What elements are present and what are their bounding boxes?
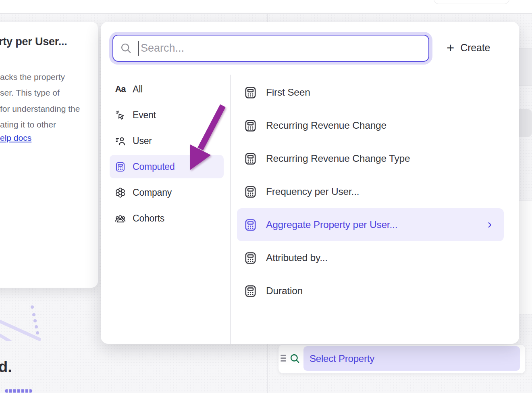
tooltip-body: acks the propertyser. This type offor un… xyxy=(0,69,80,133)
property-row[interactable]: Recurring Revenue Change xyxy=(237,109,504,142)
sidebar-item-all[interactable]: Aa All xyxy=(110,77,224,101)
cohorts-icon xyxy=(115,213,126,224)
property-tooltip-card: rty per User... acks the propertyser. Th… xyxy=(0,22,98,288)
sidebar-item-user[interactable]: User xyxy=(110,129,224,153)
sidebar-item-event[interactable]: Event xyxy=(110,103,224,127)
aa-icon: Aa xyxy=(115,84,126,95)
tooltip-text-line: for understanding the xyxy=(0,101,80,117)
chevron-right-icon xyxy=(486,222,493,228)
tooltip-title: rty per User... xyxy=(0,36,67,48)
property-row[interactable]: Frequency per User... xyxy=(237,175,504,208)
top-toolbar-strip xyxy=(0,0,532,14)
help-docs-link[interactable]: elp docs xyxy=(0,133,31,143)
create-button[interactable]: + Create xyxy=(447,38,490,57)
property-picker-modal: + Create Aa All Event User Computed Comp… xyxy=(101,22,519,344)
calculator-icon xyxy=(244,284,257,298)
select-property-card: Select Property xyxy=(278,344,526,374)
calculator-icon xyxy=(244,218,257,232)
clipped-page-heading: d. xyxy=(0,358,12,376)
property-row[interactable]: Duration xyxy=(237,274,504,307)
property-row[interactable]: First Seen xyxy=(237,76,504,109)
property-row[interactable]: Attributed by... xyxy=(237,241,504,274)
tooltip-text-line: ser. This type of xyxy=(0,85,80,100)
calculator-icon xyxy=(244,185,257,199)
sidebar-item-company[interactable]: Company xyxy=(110,181,224,204)
search-field-halo xyxy=(109,32,432,65)
top-toolbar-pill xyxy=(434,0,509,4)
search-input[interactable] xyxy=(139,42,428,55)
search-field[interactable] xyxy=(112,35,429,62)
calculator-icon xyxy=(244,119,257,132)
plus-icon: + xyxy=(447,41,454,54)
category-list: Aa All Event User Computed Company Cohor… xyxy=(110,77,224,232)
property-row[interactable]: Recurring Revenue Change Type xyxy=(237,142,504,175)
select-property-label: Select Property xyxy=(310,353,374,364)
sidebar-item-computed[interactable]: Computed xyxy=(110,155,224,178)
modal-column-divider xyxy=(230,75,231,344)
sidebar-item-cohorts[interactable]: Cohorts xyxy=(110,207,224,230)
property-row[interactable]: Aggregate Property per User... xyxy=(237,208,504,241)
drag-handle-icon[interactable] xyxy=(281,355,286,364)
tooltip-text-line: ating it to other xyxy=(0,117,80,132)
user-icon xyxy=(115,136,126,146)
property-list: First Seen Recurring Revenue Change Recu… xyxy=(237,76,504,307)
company-cluster-icon xyxy=(115,187,126,198)
calculator-icon xyxy=(244,251,257,265)
calculator-icon xyxy=(115,161,126,172)
create-button-label: Create xyxy=(460,42,490,54)
search-icon xyxy=(120,42,132,54)
event-cursor-icon xyxy=(115,110,126,121)
calculator-icon xyxy=(244,152,257,165)
clipped-link-fragment xyxy=(5,389,32,393)
green-search-icon xyxy=(289,353,301,364)
calculator-icon xyxy=(244,86,257,99)
select-property-button[interactable]: Select Property xyxy=(303,346,520,371)
screen: d. rty per User... acks the propertyser.… xyxy=(0,0,532,393)
tooltip-text-line: acks the property xyxy=(0,69,80,85)
